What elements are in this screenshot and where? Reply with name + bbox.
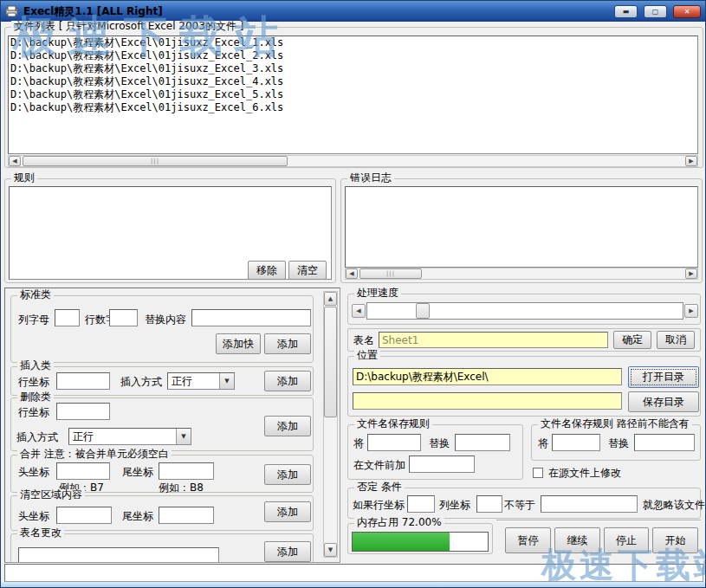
path-replace-label: 替换: [608, 437, 629, 449]
insert-label: 插入类: [17, 360, 54, 372]
speed-slider-thumb[interactable]: [416, 303, 430, 319]
path-replace-input[interactable]: [634, 434, 695, 451]
merge-tail-input[interactable]: [159, 462, 214, 480]
pause-button[interactable]: 暂停: [505, 527, 551, 553]
file-list-group: 文件列表 [ 只针对Microsoft Excel 2003的文件 ] D:\b…: [4, 27, 703, 168]
title-bar: Execl精灵1.1 [ALL Right] ▬ ▢ ✕: [1, 1, 705, 22]
chevron-down-icon[interactable]: ▼: [176, 429, 191, 444]
error-log-listbox[interactable]: [345, 186, 698, 268]
save-dir-button[interactable]: 保存目录: [628, 391, 699, 412]
standard-add-button[interactable]: 添加: [264, 333, 311, 354]
file-row[interactable]: D:\backup\教程素材\Excel\01jisuxz_Excel_3.xl…: [9, 62, 697, 75]
save-path-input[interactable]: [353, 392, 622, 410]
replace-content-input[interactable]: [191, 309, 311, 326]
rule-editor-vscroll-thumb[interactable]: [324, 307, 337, 417]
resume-button[interactable]: 继续: [554, 527, 600, 553]
chevron-down-icon[interactable]: ▼: [219, 373, 234, 389]
merge-add-button[interactable]: 添加: [264, 464, 311, 485]
delete-add-button[interactable]: 添加: [264, 416, 311, 436]
col-letter-input[interactable]: [55, 309, 80, 326]
delete-mode-value: 正行: [69, 429, 176, 444]
open-dir-button[interactable]: 打开目录: [628, 366, 699, 388]
maximize-button[interactable]: ▢: [644, 5, 667, 18]
close-button[interactable]: ✕: [673, 5, 701, 18]
app-window: 极速下载站 极速下载站 Execl精灵1.1 [ALL Right] ▬ ▢ ✕…: [0, 0, 706, 588]
scroll-right-icon[interactable]: ▶: [685, 268, 697, 279]
sheet-name-input[interactable]: [379, 332, 608, 348]
start-button[interactable]: 开始: [652, 527, 698, 553]
window-title: Execl精灵1.1 [ALL Right]: [23, 4, 163, 19]
rules-clear-button[interactable]: 清空: [288, 261, 327, 280]
rules-group: 规则 移除 清空: [4, 178, 336, 283]
rule-editor-vscrollbar[interactable]: ▲ ▼: [323, 291, 338, 558]
will-input[interactable]: [367, 434, 421, 451]
merge-tail-label: 尾坐标: [122, 466, 153, 478]
rule-editor-panel: 标准类 列字母 行数字 替换内容 添加快 添加 插入类 行坐标 插入方式 正行 …: [4, 288, 340, 563]
insert-mode-value: 正行: [168, 373, 219, 389]
insert-mode-select[interactable]: 正行 ▼: [167, 372, 235, 390]
minimize-button[interactable]: ▬: [614, 5, 638, 18]
clear-head-label: 头坐标: [18, 510, 49, 522]
merge-group: 合并 注意：被合并单元必须空白 头坐标 尾坐标 例如：B7 例如：B8 添加: [10, 455, 314, 493]
clear-region-group: 清空区域内容 头坐标 尾坐标 添加: [10, 495, 314, 531]
clear-region-label: 清空区域内容: [17, 489, 85, 501]
sheet-rename-input[interactable]: [18, 547, 219, 563]
file-list-hscrollbar[interactable]: ◀ ||| ▶: [8, 155, 698, 167]
file-list-hscroll-thumb[interactable]: |||: [23, 156, 288, 166]
sheet-rename-add-button[interactable]: 添加: [264, 541, 311, 562]
insert-add-button[interactable]: 添加: [264, 371, 311, 391]
rules-remove-button[interactable]: 移除: [248, 261, 286, 280]
scroll-up-icon[interactable]: ▲: [324, 292, 337, 306]
col-coord-input[interactable]: [476, 495, 502, 513]
file-row[interactable]: D:\backup\教程素材\Excel\01jisuxz_Excel_5.xl…: [9, 88, 697, 101]
prefix-label: 在文件前加: [353, 459, 405, 471]
filename-rule-label: 文件名保存规则: [354, 418, 432, 430]
scroll-down-icon[interactable]: ▼: [324, 543, 337, 557]
file-listbox[interactable]: D:\backup\教程素材\Excel\01jisuxz_Excel_1.xl…: [8, 36, 698, 154]
delete-mode-select[interactable]: 正行 ▼: [68, 428, 191, 445]
ok-button[interactable]: 确定: [613, 331, 651, 349]
merge-head-input[interactable]: [56, 462, 110, 480]
if-row-label: 如果行坐标: [353, 499, 405, 511]
scroll-left-icon[interactable]: ◀: [9, 156, 21, 166]
clear-head-input[interactable]: [56, 507, 112, 524]
insert-mode-label: 插入方式: [120, 376, 162, 388]
modify-source-label: 在源文件上修改: [548, 467, 621, 479]
if-row-input[interactable]: [407, 495, 435, 513]
delete-label: 删除类: [17, 391, 54, 403]
delete-row-coord-label: 行坐标: [18, 406, 49, 418]
location-label: 位置: [354, 350, 380, 361]
clear-region-add-button[interactable]: 添加: [264, 501, 311, 522]
scroll-right-icon[interactable]: ▶: [685, 156, 697, 166]
app-icon: [5, 5, 19, 17]
open-path-input[interactable]: [353, 368, 622, 385]
path-will-label: 将: [538, 437, 548, 449]
negate-label: 否定 条件: [354, 481, 405, 493]
not-equal-input[interactable]: [541, 495, 638, 513]
file-row[interactable]: D:\backup\教程素材\Excel\01jisuxz_Excel_2.xl…: [9, 49, 697, 62]
path-rule-label: 文件名保存规则 路径前不能含有: [538, 418, 692, 430]
replace-input[interactable]: [455, 434, 510, 451]
path-will-input[interactable]: [552, 434, 600, 451]
file-row[interactable]: D:\backup\教程素材\Excel\01jisuxz_Excel_6.xl…: [9, 101, 697, 114]
row-number-input[interactable]: [109, 309, 138, 326]
scroll-right-icon[interactable]: ▶: [684, 304, 698, 318]
insert-row-coord-input[interactable]: [56, 372, 110, 390]
clear-tail-input[interactable]: [159, 507, 214, 524]
scroll-left-icon[interactable]: ◀: [352, 304, 366, 318]
error-log-hscrollbar[interactable]: ◀ ||| ▶: [345, 268, 698, 280]
file-row[interactable]: D:\backup\教程素材\Excel\01jisuxz_Excel_1.xl…: [9, 36, 697, 49]
merge-label: 合并 注意：被合并单元必须空白: [17, 449, 172, 460]
scroll-left-icon[interactable]: ◀: [346, 268, 358, 279]
error-log-hscroll-thumb[interactable]: |||: [359, 268, 422, 279]
path-rule-group: 文件名保存规则 路径前不能含有 将 替换: [531, 424, 701, 461]
prefix-input[interactable]: [409, 456, 475, 473]
delete-row-coord-input[interactable]: [56, 403, 110, 420]
add-fast-button[interactable]: 添加快: [216, 333, 261, 354]
speed-slider-track[interactable]: [366, 302, 683, 320]
memory-label: 内存占用 72.00%: [354, 517, 444, 528]
cancel-button[interactable]: 取消: [657, 331, 695, 349]
file-row[interactable]: D:\backup\教程素材\Excel\01jisuxz_Excel_4.xl…: [9, 75, 697, 88]
modify-source-checkbox[interactable]: [533, 468, 543, 478]
stop-button[interactable]: 停止: [604, 527, 649, 553]
